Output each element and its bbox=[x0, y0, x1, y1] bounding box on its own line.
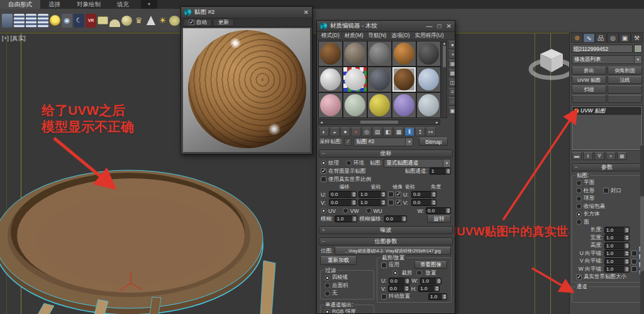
minimize-icon[interactable]: — bbox=[426, 23, 433, 30]
window-icon[interactable] bbox=[2, 14, 13, 28]
coordinates-rollout-header[interactable]: − 坐标 bbox=[319, 149, 453, 158]
mapping-dropdown[interactable]: 显式贴图通道 ▼ bbox=[384, 159, 451, 168]
modifier-button[interactable]: 法线 bbox=[608, 76, 642, 84]
blur-offset-spinner[interactable]: 0.0 bbox=[384, 215, 407, 222]
tab-hierarchy[interactable]: 品 bbox=[595, 33, 607, 43]
disc-light-icon[interactable] bbox=[169, 16, 180, 26]
spinner-arrows[interactable] bbox=[624, 243, 629, 249]
panel-scrollbar[interactable] bbox=[640, 146, 644, 314]
cap-checkbox[interactable] bbox=[603, 188, 609, 193]
modifier-button[interactable]: UVW 贴图 bbox=[572, 76, 606, 84]
menu-item-1[interactable]: 材质(M) bbox=[343, 32, 365, 40]
spinner-arrows[interactable] bbox=[624, 227, 629, 233]
apply-checkbox[interactable] bbox=[381, 263, 387, 268]
view-image-button[interactable]: 查看图像 bbox=[414, 261, 447, 269]
v-tiling-spinner[interactable]: 1.0 bbox=[358, 199, 386, 206]
options-icon[interactable]: ≡ bbox=[448, 88, 455, 96]
pin-stack-icon[interactable]: ▬ bbox=[572, 152, 582, 160]
v-tile-spinner[interactable]: 1.0 bbox=[604, 258, 630, 265]
material-sample-slot[interactable] bbox=[343, 67, 367, 92]
bitmap-parameters-rollout-header[interactable]: − 位图参数 bbox=[319, 237, 453, 246]
put-to-library-icon[interactable]: ▤ bbox=[372, 127, 382, 136]
tab-utilities[interactable]: ⚒ bbox=[631, 33, 643, 43]
v-mirror-checkbox[interactable] bbox=[388, 200, 394, 205]
table-model[interactable] bbox=[0, 170, 263, 314]
tab-motion[interactable]: ◎ bbox=[607, 33, 619, 43]
viewcube[interactable] bbox=[531, 49, 569, 78]
moon-icon[interactable]: ☾ bbox=[74, 14, 84, 28]
close-icon[interactable]: ✕ bbox=[447, 23, 452, 30]
noise-rollout-header[interactable]: + 噪波 bbox=[319, 226, 453, 234]
mapping-radio[interactable] bbox=[576, 188, 582, 193]
sample-uv-tiling-icon[interactable]: ▩ bbox=[448, 69, 455, 77]
material-sample-slot[interactable] bbox=[343, 41, 367, 67]
u-tile-flip-checkbox[interactable] bbox=[631, 251, 637, 256]
parameters-rollout-header[interactable]: − 参数 bbox=[572, 163, 642, 171]
make-unique-icon[interactable]: ∀ bbox=[594, 152, 604, 160]
get-material-icon[interactable]: ◐ bbox=[319, 127, 329, 136]
table-leg[interactable] bbox=[260, 261, 275, 314]
menu-item-0[interactable]: 模式(D) bbox=[319, 32, 341, 40]
width-spinner[interactable]: 1.0 bbox=[604, 234, 630, 241]
real-world-map-size-checkbox[interactable] bbox=[576, 274, 582, 280]
jitter-spinner[interactable]: 1.0 bbox=[428, 293, 447, 300]
v-tile-flip-checkbox[interactable] bbox=[631, 259, 637, 264]
material-type-button[interactable]: Bitmap bbox=[419, 138, 448, 146]
material-map-navigator-icon[interactable]: ▣ bbox=[448, 107, 455, 115]
wu-radio[interactable] bbox=[366, 208, 372, 214]
spinner-arrows[interactable] bbox=[624, 251, 629, 256]
material-sample-slot[interactable] bbox=[318, 92, 343, 118]
tab-create[interactable]: ⊕ bbox=[571, 33, 583, 43]
mapping-radio[interactable] bbox=[576, 219, 582, 225]
show-map-on-back-checkbox[interactable] bbox=[321, 168, 326, 174]
menu-item-2[interactable]: 导航(N) bbox=[367, 32, 389, 40]
make-material-copy-icon[interactable]: ◎ bbox=[362, 127, 372, 136]
cone-light-icon[interactable] bbox=[145, 14, 156, 28]
sphere-light-icon[interactable] bbox=[121, 16, 132, 26]
slots-vertical-scrollbar[interactable]: ▲ bbox=[441, 41, 447, 118]
menu-item-3[interactable]: 选项(O) bbox=[389, 32, 411, 40]
spinner-arrows[interactable] bbox=[624, 266, 629, 272]
scroll-right-icon[interactable]: ► bbox=[435, 121, 439, 124]
material-sample-slot[interactable] bbox=[367, 67, 392, 92]
tab-display[interactable]: ▣ bbox=[619, 33, 631, 43]
use-real-world-scale-checkbox[interactable] bbox=[321, 176, 326, 182]
crown-icon[interactable]: ♛ bbox=[133, 14, 144, 28]
crop-w-spinner[interactable]: 1.0 bbox=[420, 278, 441, 284]
filter-none-radio[interactable] bbox=[325, 291, 330, 296]
crop-radio[interactable] bbox=[392, 270, 398, 276]
ribbon-tab[interactable]: 自由形式 bbox=[0, 0, 40, 9]
map-channel-spinner[interactable]: 1 bbox=[430, 168, 451, 175]
dome-light-icon[interactable] bbox=[109, 19, 120, 27]
material-sample-slot[interactable] bbox=[318, 41, 343, 67]
material-sample-slot[interactable] bbox=[416, 92, 441, 118]
w-angle-spinner[interactable]: 0.0 bbox=[426, 207, 451, 214]
texture-radio[interactable] bbox=[321, 160, 326, 166]
camera-icon[interactable]: ◉ bbox=[62, 14, 72, 28]
modifier-stack[interactable]: UVW 贴图 bbox=[572, 106, 642, 150]
u-mirror-checkbox[interactable] bbox=[388, 192, 394, 197]
pick-material-eyedropper-icon[interactable]: ∕ bbox=[344, 138, 352, 146]
modifier-button-empty[interactable] bbox=[608, 85, 642, 94]
stack-entry-uvw-map[interactable]: UVW 贴图 bbox=[572, 107, 641, 115]
crop-u-spinner[interactable]: 0.0 bbox=[389, 278, 410, 284]
mapping-radio[interactable] bbox=[576, 196, 582, 202]
pyramidal-radio[interactable] bbox=[325, 275, 330, 281]
preview-titlebar[interactable]: 贴图 #2 ✕ bbox=[181, 7, 312, 18]
light-lister-icon[interactable] bbox=[26, 14, 36, 28]
configure-modifier-sets-icon[interactable]: ▦ bbox=[617, 152, 627, 160]
reload-button[interactable]: 重新加载 bbox=[320, 256, 357, 265]
close-icon[interactable]: ✕ bbox=[304, 9, 309, 16]
u-offset-spinner[interactable]: 0.0 bbox=[329, 191, 357, 198]
go-forward-to-sibling-icon[interactable]: ↦ bbox=[426, 127, 436, 136]
auto-checkbox[interactable] bbox=[189, 19, 194, 25]
menu-item-4[interactable]: 实用程序(U) bbox=[413, 32, 446, 40]
material-sample-slot[interactable] bbox=[416, 67, 441, 92]
length-spinner[interactable]: 1.0 bbox=[604, 227, 630, 234]
go-to-parent-icon[interactable]: ↥ bbox=[415, 127, 425, 136]
modifier-button[interactable]: 倒角剖面 bbox=[608, 67, 642, 75]
plane-light-icon[interactable] bbox=[97, 16, 108, 24]
update-button[interactable]: 更新 bbox=[213, 19, 234, 26]
w-tile-flip-checkbox[interactable] bbox=[631, 266, 637, 272]
material-name-dropdown[interactable]: 贴图 #2 ▼ bbox=[353, 138, 413, 146]
